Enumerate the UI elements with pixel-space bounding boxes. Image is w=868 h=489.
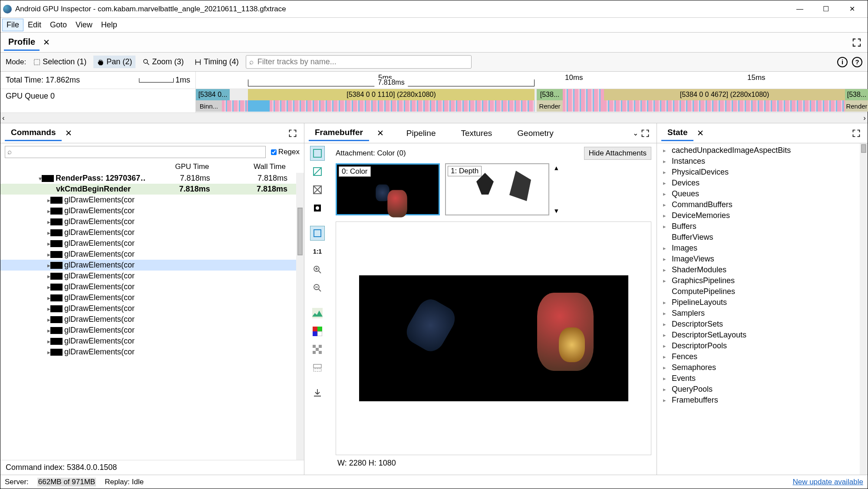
state-item[interactable]: ▸DescriptorPools: [660, 340, 864, 351]
state-item[interactable]: ▸Buffers: [660, 221, 864, 232]
state-tree[interactable]: ▸cachedUnpackedImageAspectBits▸Instances…: [657, 143, 868, 475]
col-gpu-time[interactable]: GPU Time: [145, 162, 222, 171]
fb-tool-channels-icon[interactable]: [310, 324, 325, 339]
seg-e[interactable]: [538...: [845, 89, 868, 100]
seg-a[interactable]: [5384 0...: [196, 89, 230, 100]
fb-tool-checker-icon[interactable]: [310, 342, 325, 357]
state-item[interactable]: ▸ImageViews: [660, 254, 864, 264]
state-item[interactable]: ▸PhysicalDevices: [660, 167, 864, 178]
commands-scrollbar[interactable]: [296, 173, 304, 460]
fb-tool-overlay-icon[interactable]: [310, 182, 325, 197]
menu-help[interactable]: Help: [97, 19, 122, 31]
state-item[interactable]: ▸GraphicsPipelines: [660, 275, 864, 286]
update-available-link[interactable]: New update available: [792, 478, 863, 486]
state-item[interactable]: ▸Fences: [660, 351, 864, 362]
seg-e2[interactable]: Render: [845, 100, 868, 112]
fb-tool-color-icon[interactable]: [310, 146, 325, 161]
state-item[interactable]: ▸DescriptorSets: [660, 319, 864, 330]
fb-dropdown-icon[interactable]: ⌄: [633, 129, 638, 137]
command-row[interactable]: ▸glDrawElements(cor: [0, 347, 304, 357]
commands-close-icon[interactable]: ✕: [62, 128, 76, 138]
tab-profile-close-icon[interactable]: ✕: [40, 37, 53, 47]
tab-commands[interactable]: Commands: [5, 125, 62, 141]
regex-checkbox-input[interactable]: [271, 149, 277, 155]
hide-attachments-button[interactable]: Hide Attachments: [584, 147, 651, 160]
menu-edit[interactable]: Edit: [23, 19, 46, 31]
seg-c2[interactable]: Render: [537, 100, 563, 112]
tab-framebuffer[interactable]: Framebuffer: [309, 125, 369, 141]
tab-state[interactable]: State: [661, 125, 693, 141]
command-row[interactable]: ▸glDrawElements(cor: [0, 281, 304, 292]
fb-tool-fit-icon[interactable]: [310, 226, 325, 241]
close-button[interactable]: ✕: [839, 1, 865, 17]
mode-timing[interactable]: Timing (4): [191, 56, 242, 68]
command-list[interactable]: ▾RenderPass: 12970367…7.818ms7.818msvkCm…: [0, 173, 304, 460]
state-item[interactable]: BufferViews: [660, 232, 864, 243]
state-item[interactable]: ▸Devices: [660, 178, 864, 188]
framebuffer-close-icon[interactable]: ✕: [373, 128, 387, 138]
regex-checkbox[interactable]: Regex: [271, 148, 300, 156]
menu-goto[interactable]: Goto: [46, 19, 71, 31]
fb-tool-zoomin-icon[interactable]: [310, 262, 325, 277]
command-row[interactable]: ▸glDrawElements(cor: [0, 336, 304, 347]
framebuffer-fullscreen-icon[interactable]: [638, 129, 652, 138]
command-row[interactable]: ▸glDrawElements(cor: [0, 238, 304, 249]
state-item[interactable]: ▸Events: [660, 373, 864, 384]
command-row[interactable]: ▸glDrawElements(cor: [0, 314, 304, 325]
state-item[interactable]: ▸DescriptorSetLayouts: [660, 330, 864, 340]
timeline-ruler[interactable]: 5ms 10ms 15ms 7.818ms: [196, 72, 868, 89]
command-search-input[interactable]: [5, 146, 266, 158]
command-row[interactable]: ▸glDrawElements(cor: [0, 260, 304, 271]
menu-view[interactable]: View: [71, 19, 97, 31]
menu-file[interactable]: File: [2, 19, 23, 31]
state-item[interactable]: ▸PipelineLayouts: [660, 297, 864, 308]
fb-tool-actual-icon[interactable]: 1:1: [310, 244, 325, 259]
thumb-depth[interactable]: 1: Depth: [445, 163, 549, 215]
seg-c[interactable]: [538...: [537, 89, 563, 100]
command-row[interactable]: ▸glDrawElements(cor: [0, 227, 304, 238]
minimize-button[interactable]: —: [787, 1, 813, 17]
fb-tool-solid-icon[interactable]: [310, 201, 325, 215]
state-item[interactable]: ComputePipelines: [660, 286, 864, 297]
commands-fullscreen-icon[interactable]: [286, 129, 300, 138]
state-item[interactable]: ▸DeviceMemories: [660, 210, 864, 221]
gpu-lane[interactable]: [5384 0... Binn... [5384 0 0 1110] (2280…: [196, 89, 868, 112]
fullscreen-icon[interactable]: [849, 38, 864, 47]
tab-profile[interactable]: Profile: [4, 34, 40, 51]
framebuffer-view[interactable]: [336, 221, 651, 455]
help-icon[interactable]: ?: [852, 57, 862, 67]
thumb-color[interactable]: 0: Color: [336, 163, 440, 215]
command-row[interactable]: ▸glDrawElements(cor: [0, 271, 304, 281]
state-item[interactable]: ▸Framebuffers: [660, 395, 864, 406]
col-wall-time[interactable]: Wall Time: [222, 162, 299, 171]
seg-a2[interactable]: Binn...: [196, 100, 222, 112]
state-item[interactable]: ▸Images: [660, 243, 864, 254]
state-item[interactable]: ▸QueryPools: [660, 384, 864, 395]
state-item[interactable]: ▸cachedUnpackedImageAspectBits: [660, 145, 864, 156]
mode-zoom[interactable]: Zoom (3): [139, 56, 187, 68]
state-item[interactable]: ▸Queues: [660, 188, 864, 199]
state-scrollbar[interactable]: [860, 143, 868, 475]
command-row[interactable]: ▸glDrawElements(cor: [0, 249, 304, 260]
fb-tool-flip-icon[interactable]: [310, 360, 325, 375]
state-fullscreen-icon[interactable]: [849, 129, 863, 138]
command-row[interactable]: ▸glDrawElements(cor: [0, 325, 304, 336]
command-row[interactable]: ▸glDrawElements(cor: [0, 303, 304, 314]
track-filter-input[interactable]: [246, 55, 472, 69]
maximize-button[interactable]: ☐: [813, 1, 839, 17]
info-icon[interactable]: i: [837, 57, 848, 67]
state-item[interactable]: ▸CommandBuffers: [660, 199, 864, 210]
command-row[interactable]: ▸glDrawElements(cor: [0, 292, 304, 303]
command-row[interactable]: ▸glDrawElements(cor: [0, 205, 304, 216]
state-item[interactable]: ▸Semaphores: [660, 362, 864, 373]
tab-geometry[interactable]: Geometry: [511, 126, 559, 141]
thumbs-scrollbar[interactable]: ▴▾: [554, 163, 562, 215]
seg-b[interactable]: [5384 0 0 1110] (2280x1080): [248, 89, 535, 100]
command-row[interactable]: ▸glDrawElements(cor: [0, 195, 304, 205]
tab-pipeline[interactable]: Pipeline: [400, 126, 442, 141]
timeline-hscroll[interactable]: ‹›: [0, 112, 868, 123]
fb-tool-zoomout-icon[interactable]: [310, 281, 325, 295]
seg-d[interactable]: [5384 0 0 4672] (2280x1080): [604, 89, 845, 100]
state-close-icon[interactable]: ✕: [693, 128, 707, 138]
state-item[interactable]: ▸ShaderModules: [660, 264, 864, 275]
